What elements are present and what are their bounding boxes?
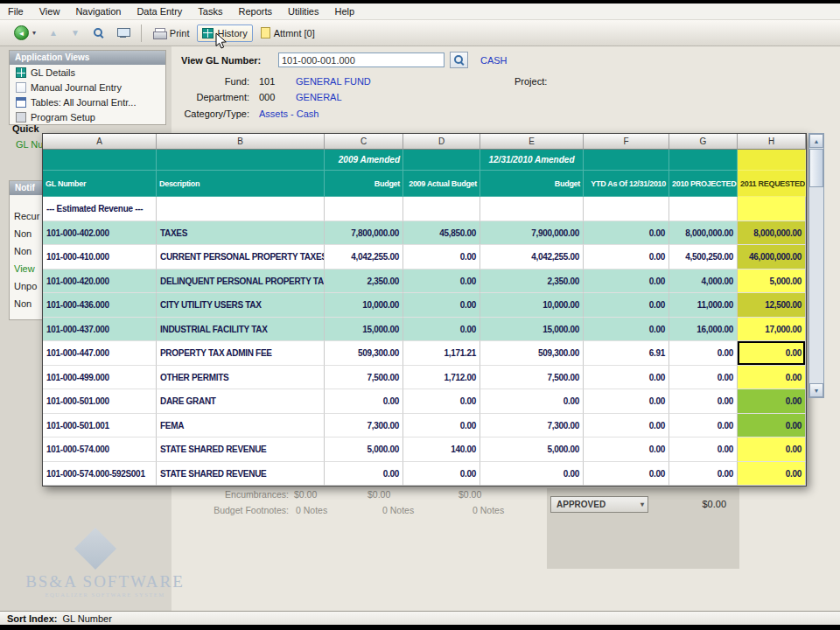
empty-cell[interactable] xyxy=(669,197,738,221)
amount-cell[interactable]: 0.00 xyxy=(480,389,584,414)
amount-cell[interactable]: 0.00 xyxy=(584,366,669,390)
amount-cell[interactable]: 2,350.00 xyxy=(480,270,584,294)
search-button[interactable] xyxy=(88,24,109,42)
amount-cell[interactable]: 0.00 xyxy=(584,318,669,342)
scroll-down-button[interactable]: ▼ xyxy=(809,383,823,397)
amount-cell[interactable]: 5,000.00 xyxy=(480,438,584,462)
gl-number-cell[interactable]: 101-000-420.000 xyxy=(43,270,157,294)
amount-cell[interactable]: 0.00 xyxy=(669,462,738,486)
column-header[interactable]: Budget xyxy=(325,171,403,197)
gl-number-cell[interactable]: 101-000-410.000 xyxy=(43,245,157,270)
amount-cell[interactable]: 0.00 xyxy=(480,462,584,486)
amount-cell[interactable]: 0.00 xyxy=(403,462,480,486)
empty-cell[interactable] xyxy=(584,197,669,221)
gl-number-cell[interactable]: 101-000-402.000 xyxy=(43,221,157,246)
gl-number-cell[interactable]: 101-000-501.000 xyxy=(43,389,157,414)
column-letter[interactable]: A xyxy=(43,134,157,150)
menu-file[interactable]: File xyxy=(0,4,32,18)
sidebar-item-tables-all-journal[interactable]: Tables: All Journal Entr... xyxy=(10,94,165,109)
column-letter[interactable]: C xyxy=(325,134,403,150)
amount-cell[interactable]: 7,800,000.00 xyxy=(325,221,403,246)
column-letter[interactable]: F xyxy=(584,134,669,150)
attachment-button[interactable]: Attmnt [0] xyxy=(256,24,320,42)
description-cell[interactable]: STATE SHARED REVENUE xyxy=(157,462,325,486)
amount-cell[interactable]: 8,000,000.00 xyxy=(669,221,738,246)
amount-cell[interactable]: 0.00 xyxy=(403,245,480,270)
amount-cell[interactable]: 0.00 xyxy=(403,318,480,342)
amount-cell[interactable]: 0.00 xyxy=(584,270,669,294)
amount-cell[interactable]: 12,500.00 xyxy=(738,293,806,318)
amount-cell[interactable]: 0.00 xyxy=(738,341,806,366)
gl-number-cell[interactable]: 101-000-499.000 xyxy=(43,366,157,390)
column-header[interactable]: 2009 Actual Budget xyxy=(403,171,480,197)
menu-reports[interactable]: Reports xyxy=(230,4,280,18)
amount-cell[interactable]: 0.00 xyxy=(403,270,480,294)
column-letter[interactable]: E xyxy=(480,134,584,150)
description-cell[interactable]: DARE GRANT xyxy=(157,389,325,414)
amount-cell[interactable]: 0.00 xyxy=(584,293,669,318)
amount-cell[interactable]: 0.00 xyxy=(325,462,403,486)
scroll-up-button[interactable]: ▲ xyxy=(809,134,823,148)
amount-cell[interactable]: 4,500,250.00 xyxy=(669,245,738,270)
amount-cell[interactable]: 15,000.00 xyxy=(480,318,584,342)
gl-number-cell[interactable]: 101-000-574.000 xyxy=(43,438,157,462)
amount-cell[interactable]: 5,000.00 xyxy=(325,438,403,462)
amount-cell[interactable]: 0.00 xyxy=(584,462,669,486)
amount-cell[interactable]: 4,042,255.00 xyxy=(480,245,584,270)
amount-cell[interactable]: 10,000.00 xyxy=(480,293,584,318)
description-cell[interactable]: FEMA xyxy=(157,414,325,438)
gl-number-input[interactable] xyxy=(278,52,444,67)
amount-cell[interactable]: 0.00 xyxy=(584,389,669,414)
amount-cell[interactable]: 7,500.00 xyxy=(325,366,403,390)
column-letter[interactable]: B xyxy=(157,134,325,150)
amount-cell[interactable]: 6.91 xyxy=(584,341,669,366)
amount-cell[interactable]: 11,000.00 xyxy=(669,293,738,318)
amount-cell[interactable]: 7,300.00 xyxy=(325,414,403,438)
navigate-down-button[interactable]: ▼ xyxy=(66,24,85,41)
amount-cell[interactable]: 0.00 xyxy=(584,414,669,438)
amount-cell[interactable]: 0.00 xyxy=(738,414,806,438)
empty-cell[interactable] xyxy=(157,197,325,221)
column-header[interactable]: 2010 PROJECTED xyxy=(669,171,738,197)
amount-cell[interactable]: 0.00 xyxy=(669,341,738,366)
description-cell[interactable]: CITY UTILITY USERS TAX xyxy=(157,293,325,318)
amount-cell[interactable]: 2,350.00 xyxy=(325,270,403,294)
empty-cell[interactable] xyxy=(738,197,806,221)
description-cell[interactable]: OTHER PERMITS xyxy=(157,366,325,390)
sidebar-item-manual-journal-entry[interactable]: Manual Journal Entry xyxy=(10,80,165,94)
amount-cell[interactable]: 0.00 xyxy=(669,389,738,414)
amount-cell[interactable]: 10,000.00 xyxy=(325,293,403,318)
gl-number-cell[interactable]: 101-000-501.001 xyxy=(43,414,157,438)
menu-navigation[interactable]: Navigation xyxy=(67,4,129,18)
amount-cell[interactable]: 0.00 xyxy=(669,366,738,390)
amount-cell[interactable]: 0.00 xyxy=(403,293,480,318)
amount-cell[interactable]: 5,000.00 xyxy=(738,270,806,294)
preview-button[interactable] xyxy=(112,24,135,42)
amount-cell[interactable]: 0.00 xyxy=(403,389,480,414)
amount-cell[interactable]: 509,300.00 xyxy=(480,341,584,366)
section-label-cell[interactable]: --- Estimated Revenue --- xyxy=(43,197,157,221)
amount-cell[interactable]: 0.00 xyxy=(403,414,480,438)
menu-utilities[interactable]: Utilities xyxy=(280,4,326,18)
empty-cell[interactable] xyxy=(480,197,584,221)
amount-cell[interactable]: 8,000,000.00 xyxy=(738,221,806,246)
amount-cell[interactable]: 1,712.00 xyxy=(403,366,480,390)
description-cell[interactable]: STATE SHARED REVENUE xyxy=(157,438,325,462)
column-header[interactable]: 2011 REQUESTED xyxy=(738,171,806,197)
amount-cell[interactable]: 0.00 xyxy=(738,366,806,390)
menu-data-entry[interactable]: Data Entry xyxy=(129,4,190,18)
amount-cell[interactable]: 46,000,000.00 xyxy=(738,245,806,270)
amount-cell[interactable]: 7,900,000.00 xyxy=(480,221,584,246)
amount-cell[interactable]: 7,500.00 xyxy=(480,366,584,390)
amount-cell[interactable]: 0.00 xyxy=(738,389,806,414)
column-header[interactable]: GL Number xyxy=(43,171,157,197)
menu-view[interactable]: View xyxy=(32,4,68,18)
approval-status-select[interactable]: APPROVED ▾ xyxy=(550,496,648,513)
quick-filter-item[interactable]: GL Nu xyxy=(16,139,43,150)
empty-cell[interactable] xyxy=(325,197,403,221)
sidebar-item-gl-details[interactable]: GL Details xyxy=(10,65,165,80)
grid-vertical-scrollbar[interactable]: ▲ ▼ xyxy=(808,133,824,398)
description-cell[interactable]: DELINQUENT PERSONAL PROPERTY TAXES xyxy=(157,270,325,294)
amount-cell[interactable]: 16,000.00 xyxy=(669,318,738,342)
amount-cell[interactable]: 509,300.00 xyxy=(325,341,403,366)
